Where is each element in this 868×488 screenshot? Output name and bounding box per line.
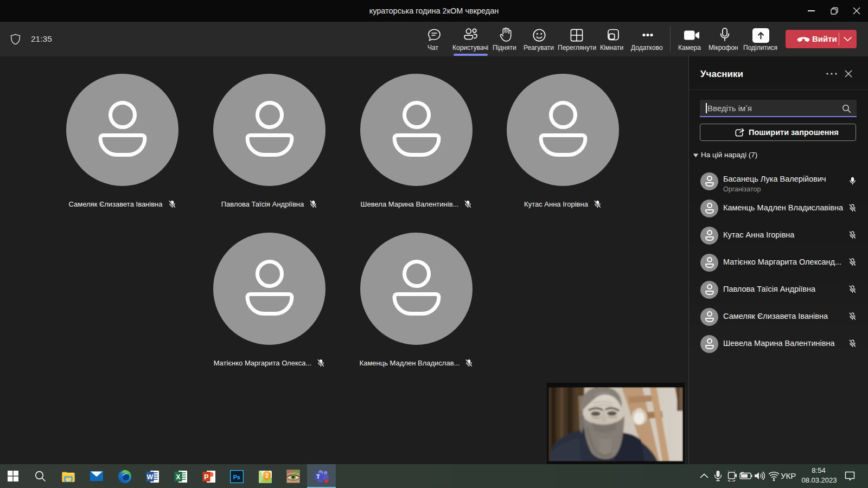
svg-text:2: 2: [265, 472, 269, 479]
svg-text:T: T: [316, 473, 320, 480]
svg-text:X: X: [176, 473, 181, 481]
svg-text:32: 32: [294, 470, 300, 475]
svg-text:W: W: [147, 473, 154, 481]
svg-text:Ps: Ps: [233, 474, 240, 480]
svg-text:P: P: [204, 473, 208, 481]
